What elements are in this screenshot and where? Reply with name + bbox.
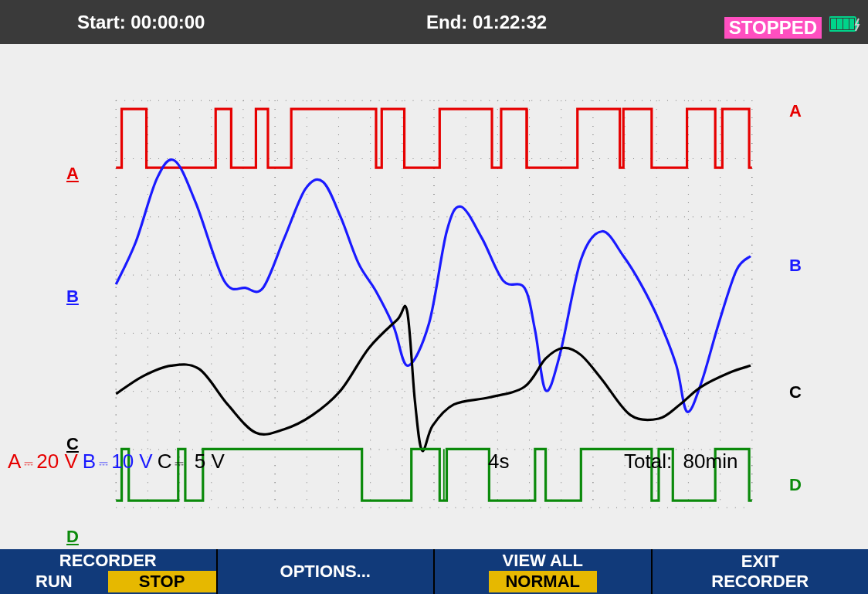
run-button[interactable]: RUN: [0, 571, 108, 592]
recorder-button[interactable]: RECORDER RUN STOP: [0, 549, 216, 594]
scale-c: C⎓ 5 V: [158, 450, 225, 474]
channel-c-label-right: C: [789, 382, 802, 402]
end-time: End: 01:22:32: [426, 12, 547, 33]
scale-b: B⎓10 V: [83, 450, 153, 474]
channel-a-label-left: A: [66, 164, 79, 184]
normal-button[interactable]: NORMAL: [489, 571, 597, 592]
svg-rect-2: [831, 19, 836, 29]
info-bar: A⎓20 V B⎓10 V C⎓ 5 V 4s Total: 80min: [0, 449, 868, 474]
channel-b-label-right: B: [789, 256, 802, 276]
time-div: 4s: [488, 450, 509, 474]
exit-recorder-button[interactable]: EXIT RECORDER: [651, 549, 869, 594]
waveform-display[interactable]: A B C D A B C D A⎓20 V B⎓10 V C⎓ 5 V 4s …: [0, 44, 868, 518]
channel-b-label-left: B: [66, 287, 79, 307]
channel-d-label-right: D: [789, 475, 802, 495]
channel-a-label-right: A: [789, 101, 802, 121]
total-time: Total: 80min: [624, 450, 737, 474]
svg-rect-3: [837, 19, 843, 29]
stop-button[interactable]: STOP: [108, 571, 216, 592]
svg-rect-4: [843, 19, 849, 29]
start-time: Start: 00:00:00: [77, 12, 205, 33]
button-bar: RECORDER RUN STOP OPTIONS... VIEW ALL NO…: [0, 549, 868, 594]
options-button[interactable]: OPTIONS...: [216, 549, 434, 594]
scale-a: A⎓20 V: [8, 450, 78, 474]
viewall-button[interactable]: VIEW ALL NORMAL: [433, 549, 651, 594]
status-badge: STOPPED: [724, 17, 822, 39]
channel-d-label-left: D: [66, 527, 79, 547]
battery-icon: [829, 15, 860, 32]
svg-rect-5: [849, 19, 854, 29]
header-bar: Start: 00:00:00 End: 01:22:32 STOPPED: [0, 0, 868, 44]
